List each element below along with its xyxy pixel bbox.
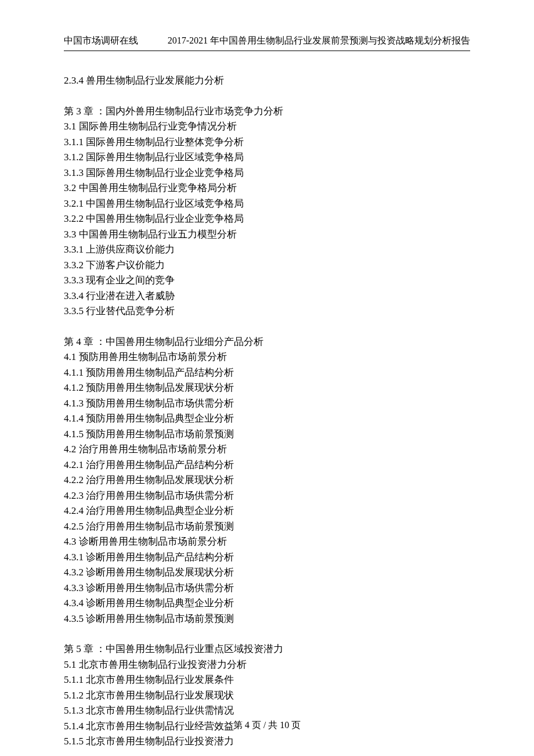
toc-blank-line xyxy=(64,89,470,104)
toc-line: 5.1.1 北京市兽用生物制品行业发展条件 xyxy=(64,672,470,688)
toc-line: 4.3.3 诊断用兽用生物制品市场供需分析 xyxy=(64,581,470,596)
toc-line: 第 5 章 ：中国兽用生物制品行业重点区域投资潜力 xyxy=(64,642,470,657)
toc-line: 3.3.4 行业潜在进入者威胁 xyxy=(64,289,470,304)
page-header: 中国市场调研在线 2017-2021 年中国兽用生物制品行业发展前景预测与投资战… xyxy=(64,35,470,51)
toc-line: 4.3.1 诊断用兽用生物制品产品结构分析 xyxy=(64,550,470,566)
toc-line: 4.1.4 预防用兽用生物制品典型企业分析 xyxy=(64,411,470,427)
toc-line: 4.2.5 治疗用兽用生物制品市场前景预测 xyxy=(64,519,470,535)
toc-blank-line xyxy=(64,319,470,334)
toc-line: 3.2.1 中国兽用生物制品行业区域竞争格局 xyxy=(64,196,470,212)
toc-line: 4.2.2 治疗用兽用生物制品发展现状分析 xyxy=(64,473,470,488)
table-of-contents: 2.3.4 兽用生物制品行业发展能力分析第 3 章 ：国内外兽用生物制品行业市场… xyxy=(64,73,470,750)
header-source: 中国市场调研在线 xyxy=(64,35,138,47)
toc-line: 3.3.2 下游客户议价能力 xyxy=(64,258,470,273)
toc-line: 4.1.5 预防用兽用生物制品市场前景预测 xyxy=(64,427,470,442)
footer-suffix: 页 xyxy=(289,720,301,730)
toc-line: 3.1 国际兽用生物制品行业竞争情况分析 xyxy=(64,119,470,135)
toc-line: 4.2.3 治疗用兽用生物制品市场供需分析 xyxy=(64,488,470,504)
toc-line: 5.1 北京市兽用生物制品行业投资潜力分析 xyxy=(64,657,470,673)
toc-line: 4.2 治疗用兽用生物制品市场前景分析 xyxy=(64,442,470,458)
page-footer: 第 4 页 / 共 10 页 xyxy=(0,719,534,732)
document-page: 中国市场调研在线 2017-2021 年中国兽用生物制品行业发展前景预测与投资战… xyxy=(0,0,534,756)
toc-line: 3.1.3 国际兽用生物制品行业企业竞争格局 xyxy=(64,165,470,181)
footer-mid: 页 / 共 xyxy=(250,720,280,730)
toc-line: 4.3.4 诊断用兽用生物制品典型企业分析 xyxy=(64,596,470,611)
toc-line: 5.1.3 北京市兽用生物制品行业供需情况 xyxy=(64,703,470,719)
header-title: 2017-2021 年中国兽用生物制品行业发展前景预测与投资战略规划分析报告 xyxy=(138,35,470,47)
toc-line: 4.1.1 预防用兽用生物制品产品结构分析 xyxy=(64,365,470,381)
toc-line: 3.3.1 上游供应商议价能力 xyxy=(64,242,470,258)
toc-line: 3.3.5 行业替代品竞争分析 xyxy=(64,304,470,319)
toc-line: 4.1.2 预防用兽用生物制品发展现状分析 xyxy=(64,380,470,396)
toc-blank-line xyxy=(64,627,470,642)
toc-line: 3.2 中国兽用生物制品行业竞争格局分析 xyxy=(64,181,470,196)
toc-line: 4.1.3 预防用兽用生物制品市场供需分析 xyxy=(64,396,470,412)
toc-line: 3.3.3 现有企业之间的竞争 xyxy=(64,273,470,289)
toc-line: 3.1.1 国际兽用生物制品行业整体竞争分析 xyxy=(64,135,470,150)
toc-line: 5.1.5 北京市兽用生物制品行业投资潜力 xyxy=(64,734,470,750)
toc-line: 第 3 章 ：国内外兽用生物制品行业市场竞争力分析 xyxy=(64,104,470,120)
footer-prefix: 第 xyxy=(233,720,245,730)
toc-line: 5.1.2 北京市兽用生物制品行业发展现状 xyxy=(64,688,470,704)
footer-total-pages: 10 xyxy=(280,720,289,730)
toc-line: 4.1 预防用兽用生物制品市场前景分析 xyxy=(64,350,470,365)
toc-line: 4.2.1 治疗用兽用生物制品产品结构分析 xyxy=(64,458,470,473)
footer-current-page: 4 xyxy=(245,720,250,730)
toc-line: 4.2.4 治疗用兽用生物制品典型企业分析 xyxy=(64,503,470,519)
toc-line: 4.3 诊断用兽用生物制品市场前景分析 xyxy=(64,534,470,550)
toc-line: 3.3 中国兽用生物制品行业五力模型分析 xyxy=(64,227,470,243)
toc-line: 3.1.2 国际兽用生物制品行业区域竞争格局 xyxy=(64,150,470,165)
toc-line: 4.3.5 诊断用兽用生物制品市场前景预测 xyxy=(64,611,470,627)
toc-line: 第 4 章 ：中国兽用生物制品行业细分产品分析 xyxy=(64,334,470,350)
toc-line: 3.2.2 中国兽用生物制品行业企业竞争格局 xyxy=(64,211,470,227)
toc-line: 2.3.4 兽用生物制品行业发展能力分析 xyxy=(64,73,470,89)
toc-line: 4.3.2 诊断用兽用生物制品发展现状分析 xyxy=(64,565,470,581)
